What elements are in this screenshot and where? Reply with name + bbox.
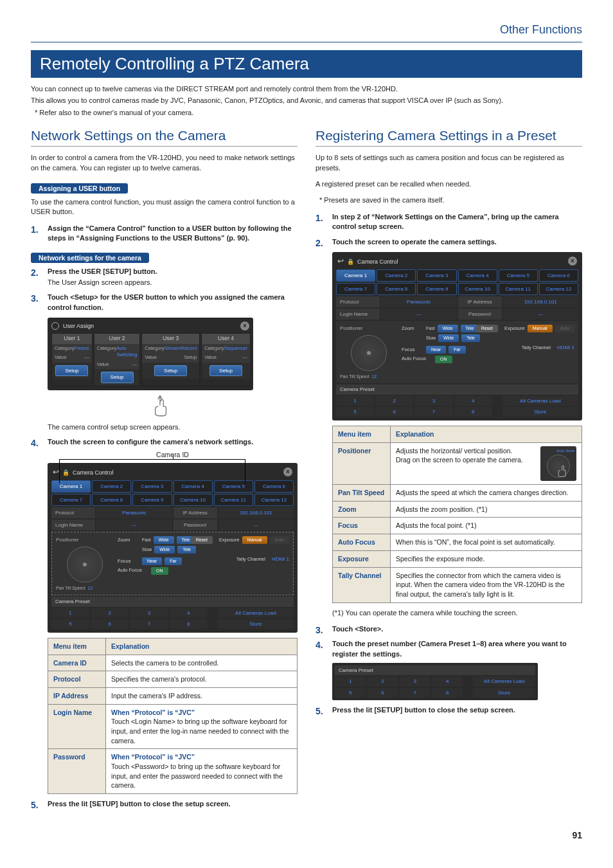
mi: Password (48, 749, 106, 794)
mi: IP Address (48, 687, 106, 704)
th: Menu item (48, 638, 106, 655)
td: Selects the camera to be controlled. (106, 655, 298, 671)
mi: Camera ID (48, 655, 106, 671)
intro-note: * Refer also to the owner's manual of yo… (31, 108, 582, 118)
step-text: Touch the screen to configure the camera… (48, 437, 298, 447)
step-after: The camera control setup screen appears. (48, 422, 298, 432)
section-note: * Presets are saved in the camera itself… (315, 195, 582, 205)
section-title: Network Settings on the Camera (31, 128, 298, 147)
intro-block: You can connect up to twelve cameras via… (31, 84, 582, 118)
mi: Pan Tilt Speed (333, 485, 391, 502)
heading-pill: Network settings for the camera (31, 253, 149, 263)
step-text: Touch <Setup> for the USER button to whi… (48, 293, 298, 312)
section-intro: A registered preset can be recalled when… (315, 179, 582, 189)
intro-line: You can connect up to twelve cameras via… (31, 84, 582, 94)
td: Specifies the exposure mode. (391, 550, 582, 567)
table-network: Menu itemExplanation Camera IDSelects th… (48, 638, 298, 794)
page-number: 91 (31, 830, 582, 840)
step-text: Press the lit [SETUP] button to close th… (332, 705, 582, 715)
mi: Tally Channel (333, 567, 391, 602)
th: Explanation (106, 638, 298, 655)
section-intro: In order to control a camera from the VR… (31, 153, 298, 173)
screenshot-user-assign: User Assign × User 1 CategoryFreeze Valu… (48, 318, 253, 390)
td: When this is “ON”, the focal point is se… (391, 534, 582, 551)
table-preset: Menu itemExplanation Positioner Auto Sav… (332, 426, 582, 603)
right-column: Registering Camera Settings in a Preset … (315, 128, 582, 814)
section-intro: Up to 8 sets of settings such as camera … (315, 153, 582, 173)
th: Menu item (333, 426, 391, 443)
step-text: Touch the preset number (Camera Preset 1… (332, 639, 582, 659)
mi: Focus (333, 518, 391, 534)
td: Auto Save Adjusts the horizontal/ vertic… (391, 442, 582, 484)
mi: Positioner (333, 442, 391, 484)
pill-text: To use the camera control function, you … (31, 197, 298, 217)
step-text: In step 2 of “Network Settings on the Ca… (332, 212, 582, 232)
heading-pill: Assigning a USER button (31, 183, 128, 194)
mi: Auto Focus (333, 534, 391, 551)
step-text: Assign the “Camera Control” function to … (48, 224, 298, 244)
step-text: Touch the screen to operate the camera s… (332, 237, 582, 247)
td: Adjusts the focal point. (*1) (391, 518, 582, 534)
positioner-thumb: Auto Save (540, 446, 576, 481)
footnote: (*1) You can operate the camera while to… (332, 608, 582, 618)
td: Specifies the camera's protocol. (106, 671, 298, 688)
mi: Exposure (333, 550, 391, 567)
section-title: Registering Camera Settings in a Preset (315, 128, 582, 147)
mi: Login Name (48, 704, 106, 749)
breadcrumb: Other Functions (31, 23, 582, 37)
preset-header: Camera Preset (335, 665, 535, 675)
step-text: Press the lit [SETUP] button to close th… (48, 799, 298, 809)
step-text: Touch <Store>. (332, 624, 582, 634)
left-column: Network Settings on the Camera In order … (31, 128, 298, 814)
td: Input the camera's IP address. (106, 687, 298, 704)
mi: Protocol (48, 671, 106, 688)
screenshot-camera-control: 🔒 Camera Control × Camera 1Camera 2Camer… (332, 252, 582, 420)
close-icon[interactable]: × (240, 321, 249, 330)
gear-icon (51, 322, 59, 330)
td: Adjusts the zoom position. (*1) (391, 501, 582, 518)
td: Specifies the connector from which the c… (391, 567, 582, 602)
screenshot-camera-control: 🔒 Camera Control × Camera 1Camera 2Camer… (48, 463, 298, 633)
screenshot-camera-preset: Camera Preset 1234All Cameras Load 5678S… (332, 663, 538, 700)
td: Adjusts the speed at which the camera ch… (391, 485, 582, 502)
ua-title: User Assign (63, 322, 94, 330)
td: When “Protocol” is “JVC”Touch <Login Nam… (106, 704, 298, 749)
page-title: Remotely Controlling a PTZ Camera (31, 50, 582, 78)
intro-line: This allows you to control cameras made … (31, 96, 582, 105)
step-sub: The User Assign screen appears. (48, 278, 298, 287)
pointer-hand-icon (48, 392, 298, 421)
step-text: Press the USER [SETUP] button. (48, 267, 298, 276)
td: When “Protocol” is “JVC”Touch <Password>… (106, 749, 298, 794)
mi: Zoom (333, 501, 391, 518)
divider (31, 42, 582, 42)
th: Explanation (391, 426, 582, 443)
